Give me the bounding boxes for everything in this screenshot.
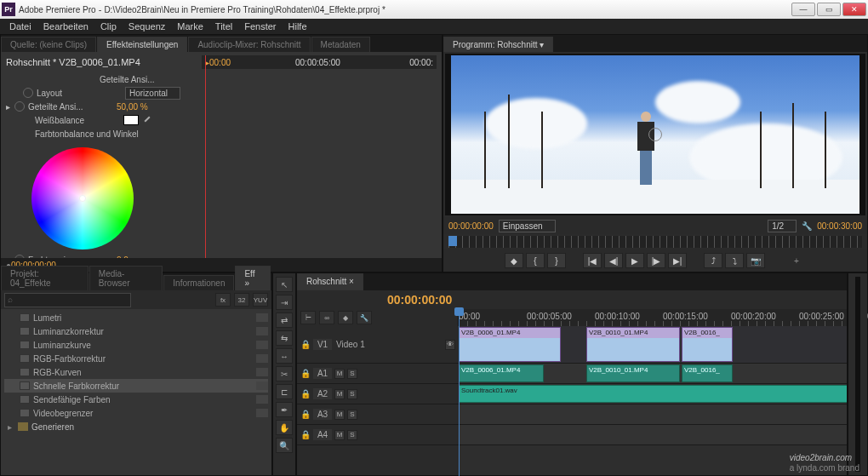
timeline-clip[interactable]: V2B_0016_	[682, 364, 733, 382]
wrench-icon[interactable]: 🔧	[802, 221, 812, 231]
lock-icon[interactable]: 🔒	[300, 430, 311, 440]
goto-out-button[interactable]: ▶|	[668, 253, 687, 268]
stopwatch-icon[interactable]	[14, 101, 25, 112]
mute-button[interactable]: M	[334, 430, 345, 440]
menu-sequenz[interactable]: Sequenz	[123, 21, 171, 32]
track-lane-a4[interactable]	[459, 425, 847, 445]
lock-icon[interactable]: 🔒	[300, 340, 311, 350]
layout-dropdown[interactable]: Horizontal	[125, 87, 180, 100]
track-head-a1[interactable]: 🔒 A1 M S	[297, 364, 459, 384]
tab-info[interactable]: Informationen	[163, 275, 234, 290]
timeline-clip[interactable]: V2B_0010_01.MP4	[586, 364, 680, 382]
track-head-a4[interactable]: 🔒 A4 M S	[297, 425, 459, 445]
extract-button[interactable]: ⤵	[725, 253, 744, 268]
out-button[interactable]: }	[547, 253, 566, 268]
hand-tool[interactable]: ✋	[276, 420, 293, 435]
ripple-tool[interactable]: ⇄	[276, 313, 293, 328]
goto-in-button[interactable]: |◀	[583, 253, 602, 268]
tab-effects[interactable]: Eff »	[235, 266, 271, 290]
effect-timeline-ruler[interactable]: ▸00:00 00:00:05:00 00:00:	[202, 55, 437, 69]
effect-item[interactable]: Luminanzkorrektur	[4, 324, 268, 338]
menu-titel[interactable]: Titel	[209, 21, 238, 32]
play-button[interactable]: ▶	[625, 253, 644, 268]
settings-button[interactable]: 🔧	[357, 311, 372, 324]
lock-icon[interactable]: 🔒	[300, 389, 311, 399]
close-button[interactable]: ✕	[842, 3, 866, 16]
lock-icon[interactable]: 🔒	[300, 410, 311, 420]
effect-item[interactable]: Schnelle Farbkorrektur	[4, 379, 268, 393]
wb-swatch[interactable]	[123, 115, 139, 125]
color-wheel-handle[interactable]	[79, 195, 86, 202]
solo-button[interactable]: S	[347, 369, 357, 379]
step-back-button[interactable]: ◀|	[604, 253, 623, 268]
prop-geteilte2-value[interactable]: 50,00 %	[117, 102, 148, 112]
tab-audio-mixer[interactable]: Audioclip-Mixer: Rohschnitt	[188, 37, 310, 52]
effect-item[interactable]: Sendefähige Farben	[4, 393, 268, 406]
tab-project[interactable]: Projekt: 04_Effekte	[1, 266, 89, 290]
program-playhead[interactable]	[448, 236, 457, 246]
solo-button[interactable]: S	[347, 410, 357, 420]
mute-button[interactable]: M	[334, 389, 345, 399]
program-ruler[interactable]	[448, 236, 862, 248]
solo-button[interactable]: S	[347, 389, 357, 399]
effects-search-input[interactable]	[4, 293, 131, 307]
stopwatch-icon[interactable]	[14, 255, 25, 258]
tab-media-browser[interactable]: Media-Browser	[89, 266, 163, 290]
menu-marke[interactable]: Marke	[171, 21, 209, 32]
maximize-button[interactable]: ▭	[817, 3, 841, 16]
stopwatch-icon[interactable]	[23, 88, 33, 98]
marker-button[interactable]: ◆	[338, 311, 353, 324]
timeline-playhead[interactable]	[459, 309, 460, 476]
track-select-tool[interactable]: ⇥	[276, 295, 293, 310]
solo-button[interactable]: S	[347, 430, 357, 440]
menu-datei[interactable]: Datei	[3, 21, 37, 32]
track-head-a2[interactable]: 🔒 A2 M S	[297, 384, 459, 404]
eyedropper-icon[interactable]	[142, 115, 152, 125]
effect-playhead[interactable]	[205, 55, 206, 258]
rolling-tool[interactable]: ⇆	[276, 330, 293, 346]
timeline-clip[interactable]: V2B_0006_01.MP4	[459, 364, 544, 382]
timeline-tab[interactable]: Rohschnitt ×	[297, 273, 363, 290]
fit-dropdown[interactable]: Einpassen	[499, 220, 556, 232]
timeline-clip[interactable]: V2B_0010_01.MP4	[586, 327, 680, 362]
track-lane-v1[interactable]: V2B_0006_01.MP4V2B_0010_01.MP4V2B_0016_	[459, 326, 847, 364]
tab-metadata[interactable]: Metadaten	[311, 37, 370, 52]
effect-item[interactable]: RGB-Kurven	[4, 365, 268, 379]
timeline-ruler[interactable]: 00:0000:00:05:0000:00:10:0000:00:15:0000…	[459, 309, 847, 326]
program-timecode-in[interactable]: 00:00:00:00	[448, 221, 494, 231]
preset-32-button[interactable]: 32	[234, 293, 249, 307]
prop-geteilte[interactable]: Geteilte Ansi...	[100, 75, 154, 84]
zoom-dropdown[interactable]: 1/2	[768, 220, 797, 232]
export-frame-button[interactable]: 📷	[746, 253, 765, 268]
timeline-clip[interactable]: V2B_0006_01.MP4	[459, 327, 561, 362]
slip-tool[interactable]: ⊏	[276, 384, 293, 399]
add-button[interactable]: +	[787, 253, 806, 268]
mute-button[interactable]: M	[334, 369, 345, 379]
fx-filter-button[interactable]: fx	[215, 293, 231, 307]
track-head-v1[interactable]: 🔒 V1 Video 1 👁	[297, 326, 459, 364]
prop-farbton-value[interactable]: 0,0	[117, 255, 128, 259]
snap-button[interactable]: ⊢	[300, 311, 316, 324]
program-monitor[interactable]	[445, 54, 865, 215]
eye-icon[interactable]: 👁	[445, 340, 455, 350]
selection-tool[interactable]: ↖	[276, 277, 293, 292]
zoom-tool[interactable]: 🔍	[276, 438, 293, 453]
rate-stretch-tool[interactable]: ↔	[276, 348, 293, 364]
lock-icon[interactable]: 🔒	[300, 369, 311, 379]
tab-source[interactable]: Quelle: (keine Clips)	[1, 37, 96, 52]
menu-hilfe[interactable]: Hilfe	[283, 21, 313, 32]
preset-yuv-button[interactable]: YUV	[253, 293, 268, 307]
timeline-clip[interactable]: V2B_0016_	[682, 327, 733, 362]
effect-item[interactable]: Videobegrenzer	[4, 406, 268, 420]
track-lane-a2[interactable]: Soundtrack01.wav	[459, 384, 847, 404]
effect-item[interactable]: Lumetri	[4, 311, 268, 324]
mute-button[interactable]: M	[334, 410, 345, 420]
effect-item[interactable]: Luminanzkurve	[4, 338, 268, 352]
effect-folder[interactable]: ▸Generieren	[4, 420, 268, 433]
menu-fenster[interactable]: Fenster	[238, 21, 282, 32]
link-button[interactable]: ∞	[319, 311, 334, 324]
minimize-button[interactable]: —	[791, 3, 815, 16]
track-lane-a1[interactable]: V2B_0006_01.MP4V2B_0010_01.MP4V2B_0016_	[459, 364, 847, 384]
timeline-clip[interactable]: Soundtrack01.wav	[459, 385, 847, 403]
menu-bearbeiten[interactable]: Bearbeiten	[37, 21, 94, 32]
